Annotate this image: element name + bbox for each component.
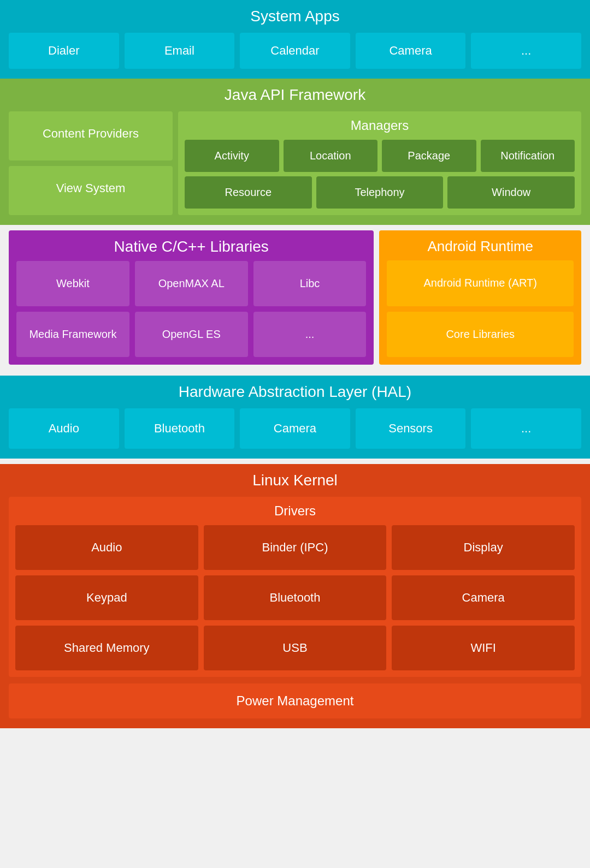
system-apps-layer: System Apps Dialer Email Calendar Camera… [0, 0, 590, 79]
native-webkit: Webkit [16, 261, 129, 306]
managers-title: Managers [185, 118, 575, 133]
driver-bluetooth: Bluetooth [204, 575, 387, 620]
managers-row-2: Resource Telephony Window [185, 176, 575, 209]
driver-wifi: WIFI [392, 626, 575, 670]
driver-keypad: Keypad [15, 575, 198, 620]
linux-kernel-title: Linux Kernel [9, 472, 581, 489]
hal-layer: Hardware Abstraction Layer (HAL) Audio B… [0, 376, 590, 459]
android-runtime-title: Android Runtime [387, 238, 574, 255]
native-media: Media Framework [16, 312, 129, 357]
drivers-grid: Audio Binder (IPC) Display Keypad Blueto… [15, 525, 575, 670]
linux-kernel-layer: Linux Kernel Drivers Audio Binder (IPC) … [0, 464, 590, 728]
hal-audio: Audio [9, 408, 119, 449]
java-api-layer: Java API Framework Content Providers Vie… [0, 79, 590, 225]
manager-telephony: Telephony [316, 176, 444, 209]
hal-sensors: Sensors [356, 408, 466, 449]
driver-camera: Camera [392, 575, 575, 620]
java-api-content: Content Providers View System Managers A… [9, 111, 581, 215]
runtime-art: Android Runtime (ART) [387, 260, 574, 306]
native-runtime-wrapper: Native C/C++ Libraries Webkit OpenMAX AL… [0, 225, 590, 370]
app-email: Email [125, 33, 235, 69]
native-libs-title: Native C/C++ Libraries [16, 238, 366, 255]
manager-location: Location [284, 140, 378, 172]
android-runtime-box: Android Runtime Android Runtime (ART) Co… [379, 230, 581, 365]
hal-title: Hardware Abstraction Layer (HAL) [9, 383, 581, 401]
driver-usb: USB [204, 626, 387, 670]
native-openmax: OpenMAX AL [135, 261, 248, 306]
managers-box: Managers Activity Location Package Notif… [178, 111, 581, 215]
driver-shared-memory: Shared Memory [15, 626, 198, 670]
hal-row: Audio Bluetooth Camera Sensors ... [9, 408, 581, 449]
driver-binder: Binder (IPC) [204, 525, 387, 570]
java-api-left: Content Providers View System [9, 111, 173, 215]
native-runtime-row: Native C/C++ Libraries Webkit OpenMAX AL… [0, 230, 590, 365]
power-management-bar: Power Management [9, 683, 581, 718]
manager-activity: Activity [185, 140, 279, 172]
driver-display: Display [392, 525, 575, 570]
runtime-core-libs: Core Libraries [387, 312, 574, 358]
manager-window: Window [447, 176, 575, 209]
driver-audio: Audio [15, 525, 198, 570]
native-libs-box: Native C/C++ Libraries Webkit OpenMAX AL… [9, 230, 374, 365]
system-apps-row: Dialer Email Calendar Camera ... [9, 33, 581, 69]
manager-package: Package [382, 140, 476, 172]
native-libc: Libc [253, 261, 367, 306]
hal-more: ... [471, 408, 581, 449]
system-apps-title: System Apps [9, 8, 581, 25]
app-calendar: Calendar [240, 33, 350, 69]
manager-notification: Notification [481, 140, 575, 172]
content-providers-card: Content Providers [9, 111, 173, 160]
app-more: ... [471, 33, 581, 69]
hal-camera: Camera [240, 408, 350, 449]
native-more: ... [253, 312, 367, 357]
app-dialer: Dialer [9, 33, 119, 69]
view-system-card: View System [9, 166, 173, 215]
native-opengl: OpenGL ES [135, 312, 248, 357]
manager-resource: Resource [185, 176, 312, 209]
drivers-title: Drivers [15, 503, 575, 519]
hal-bluetooth: Bluetooth [125, 408, 235, 449]
managers-row-1: Activity Location Package Notification [185, 140, 575, 172]
drivers-box: Drivers Audio Binder (IPC) Display Keypa… [9, 497, 581, 677]
java-api-title: Java API Framework [9, 86, 581, 104]
app-camera: Camera [356, 33, 466, 69]
native-libs-grid: Webkit OpenMAX AL Libc Media Framework O… [16, 261, 366, 357]
